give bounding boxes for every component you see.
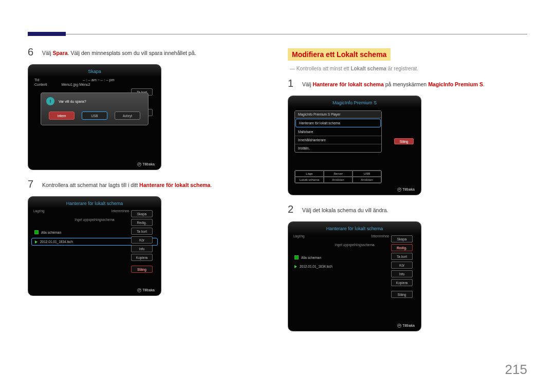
redig-button[interactable]: Redig. — [131, 219, 153, 226]
footer-text: Tillbaka — [402, 324, 415, 327]
td: Lokalt schema — [295, 177, 324, 183]
status-table: Läge Server USB Lokalt schema Ansluten A… — [294, 170, 382, 183]
t: är registrerat. — [386, 66, 418, 71]
stang-button[interactable]: Stäng — [131, 266, 153, 273]
panel-footer: ↶Tillbaka — [291, 185, 418, 193]
t: ― Kontrollera att minst ett — [290, 66, 350, 71]
storage-value: Internminne — [372, 234, 389, 238]
info-button[interactable]: Info — [131, 245, 153, 252]
value-content: Menu1.jpg Menu2 — [62, 83, 90, 86]
t-red: MagicInfo Premium S — [428, 81, 483, 87]
menu-item-mallvisare[interactable]: Mallvisare — [295, 128, 381, 136]
label-tid: Tid — [34, 78, 39, 82]
step-text: Kontrollera att schemat har lagts till i… — [42, 178, 212, 190]
stang-button[interactable]: Stäng — [394, 138, 414, 144]
step-number: 6 — [28, 46, 37, 58]
tabort-button[interactable]: Ta bort — [131, 228, 153, 235]
step-number: 1 — [288, 78, 297, 89]
kopiera-button[interactable]: Kopiera — [391, 279, 413, 286]
lagring-label: Lagring — [293, 234, 305, 238]
t-red: Hanterare för lokalt schema — [139, 182, 210, 188]
dash-note: ― Kontrollera att minst ett Lokalt schem… — [290, 66, 524, 71]
page-number: 215 — [505, 362, 527, 378]
panel-title: Hanterare för lokalt schema — [291, 225, 418, 234]
tabort-button[interactable]: Ta bort — [391, 253, 413, 260]
return-icon: ↶ — [137, 162, 141, 166]
footer-text: Tillbaka — [142, 288, 155, 292]
checkbox-icon — [294, 255, 299, 259]
label-content: Content — [34, 83, 47, 86]
th: Läge — [295, 171, 324, 177]
panel-hanterare-left: Hanterare för lokalt schema Lagring Inte… — [28, 196, 161, 296]
sched-name: 2012.01.01_1834.lsch — [40, 240, 73, 244]
t: på menyskärmen — [384, 81, 428, 87]
column-right: Modifiera ett Lokalt schema ― Kontroller… — [288, 46, 524, 340]
question-icon: ! — [46, 97, 54, 105]
usb-button[interactable]: USB — [82, 111, 107, 120]
footer-text: Tillbaka — [142, 162, 155, 166]
step-2: 2 Välj det lokala schema du vill ändra. — [288, 203, 524, 215]
menu-item-hanterare[interactable]: Hanterare för lokalt schema — [295, 119, 381, 127]
t: Välj — [42, 50, 52, 56]
panel-hanterare-right: Hanterare för lokalt schema Lagring Inte… — [288, 221, 421, 331]
step-number: 2 — [288, 203, 297, 215]
save-location-modal: ! Var vill du spara? Intern USB Avbryt — [41, 92, 149, 125]
intern-button[interactable]: Intern — [49, 111, 75, 120]
t-red: Hanterare för lokalt schema — [312, 81, 383, 87]
menu-list: MagicInfo Premium S Player Hanterare för… — [294, 110, 382, 153]
header-rule — [28, 34, 527, 34]
all-label: Alla scheman — [301, 256, 321, 259]
kor-button[interactable]: Kör — [131, 236, 153, 244]
info-button[interactable]: Info — [391, 270, 413, 277]
panel-title: MagicInfo Premium S — [291, 99, 418, 108]
step-text: Välj Spara. Välj den minnesplats som du … — [42, 46, 196, 58]
header-accent — [28, 32, 66, 36]
kopiera-button[interactable]: Kopiera — [131, 254, 153, 261]
panel-footer: ↶Tillbaka — [291, 322, 418, 329]
step-7: 7 Kontrollera att schemat har lagts till… — [28, 178, 264, 190]
skapa-button[interactable]: Skapa — [131, 210, 153, 217]
td: Ansluten — [353, 177, 381, 183]
all-label: Alla scheman — [41, 231, 61, 234]
sched-name: 2012.01.01_1834.lsch — [300, 265, 332, 268]
panel-footer: ↶Tillbaka — [31, 160, 158, 167]
modal-question: Var vill du spara? — [59, 100, 86, 103]
step-1: 1 Välj Hanterare för lokalt schema på me… — [288, 78, 524, 89]
panel-magicinfo: MagicInfo Premium S MagicInfo Premium S … — [288, 96, 421, 195]
menu-item-innehall[interactable]: Innehållshanterare — [295, 136, 381, 144]
step-6: 6 Välj Spara. Välj den minnesplats som d… — [28, 46, 264, 58]
t: Välj — [302, 81, 312, 87]
step-number: 7 — [28, 178, 37, 190]
return-icon: ↶ — [137, 288, 141, 292]
avbryt-button[interactable]: Avbryt — [115, 111, 140, 120]
t: Kontrollera att schemat har lagts till i… — [42, 182, 139, 188]
value-tid: -- : -- am ~ -- : -- pm — [42, 78, 155, 82]
menu-item-installn[interactable]: Inställn. — [295, 144, 381, 152]
checkbox-icon — [34, 230, 39, 234]
panel-footer: ↶Tillbaka — [31, 286, 158, 293]
return-icon: ↶ — [397, 324, 401, 328]
panel-skapa: Skapa Tid -- : -- am ~ -- : -- pm Ta bor… — [28, 64, 161, 170]
list-header: MagicInfo Premium S Player — [295, 111, 381, 118]
panel-title: Hanterare för lokalt schema — [31, 200, 158, 209]
t-red: Spara — [52, 50, 67, 56]
play-icon — [35, 240, 38, 244]
stang-button[interactable]: Stäng — [391, 291, 413, 298]
footer-text: Tillbaka — [402, 188, 415, 191]
column-left: 6 Välj Spara. Välj den minnesplats som d… — [28, 46, 264, 304]
redig-button[interactable]: Redig. — [391, 244, 413, 251]
td: Ansluten — [324, 177, 353, 183]
return-icon: ↶ — [397, 188, 401, 192]
skapa-button[interactable]: Skapa — [391, 235, 413, 242]
section-heading: Modifiera ett Lokalt schema — [288, 48, 391, 61]
lagring-label: Lagring — [33, 209, 45, 213]
t: . — [210, 182, 212, 188]
step-text: Välj Hanterare för lokalt schema på meny… — [302, 78, 485, 89]
panel-title: Skapa — [31, 68, 158, 77]
storage-value: Internminne — [112, 209, 129, 213]
play-icon — [294, 265, 297, 268]
t-bold: Lokalt schema — [350, 66, 386, 71]
th: USB — [353, 171, 381, 177]
t: . — [483, 81, 485, 87]
kor-button[interactable]: Kör — [391, 262, 413, 269]
